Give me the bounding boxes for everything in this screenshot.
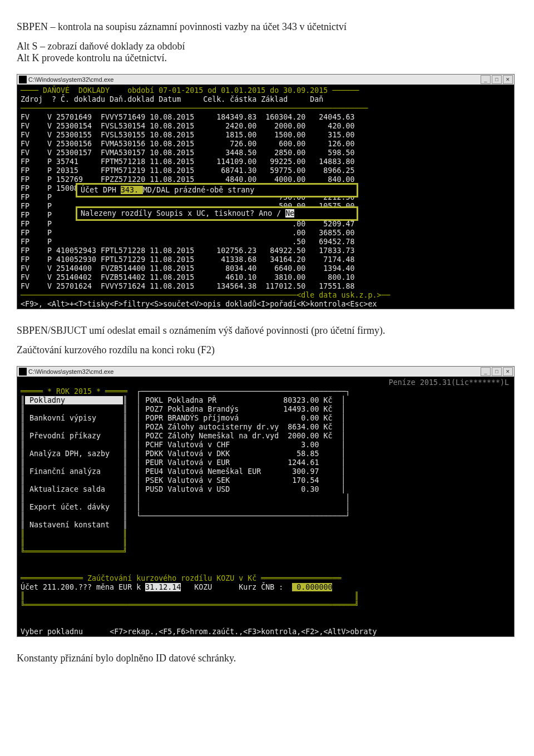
menu-item	[25, 476, 123, 485]
dialog-question: Nalezeny rozdíly Soupis x UC, tisknout?	[81, 209, 254, 218]
label-kozu-kurz: KOZU Kurz ČNB :	[181, 583, 292, 591]
table-footer-line: ────────────────────────────────────────…	[21, 291, 390, 299]
table-row[interactable]: FV V 25140402 FVZB514402 11.08.2015 4610…	[21, 273, 354, 282]
table-row[interactable]: FV V 25300155 FVSL530155 10.08.2015 1815…	[21, 131, 354, 140]
close-button[interactable]: ✕	[503, 367, 513, 376]
text-heading: SBPEN – kontrola na soupisu záznamní pov…	[17, 21, 517, 33]
table-row[interactable]: FV V 25701649 FVVY571649 10.08.2015 1843…	[21, 113, 354, 122]
menu-item[interactable]: Finanční analýza	[25, 467, 123, 476]
menu-item[interactable]: Export účet. dávky	[25, 503, 123, 511]
table-row[interactable]: FP P .00 5209.47	[21, 220, 354, 229]
menu-item[interactable]: Aktualizace salda	[25, 485, 123, 493]
kozu-box-title: ══════════════ Zaúčtování kurzového rozd…	[21, 574, 341, 582]
menu-item[interactable]: Bankovní výpisy	[25, 414, 123, 422]
menu-item[interactable]: Převodní příkazy	[25, 432, 123, 440]
table-row[interactable]: FV V 25140400 FVZB514400 11.08.2015 8034…	[21, 264, 354, 273]
table-row[interactable]: FV V 25300154 FVSL530154 10.08.2015 2420…	[21, 122, 354, 131]
menu-item	[25, 441, 123, 449]
doklady-table: FV V 25701649 FVVY571649 10.08.2015 1843…	[21, 113, 354, 291]
table-row[interactable]: FV V 25701624 FVVY571624 11.08.2015 1345…	[21, 282, 354, 291]
table-column-headers: Zdroj ? Č. dokladu Daň.doklad Datum Celk…	[21, 95, 323, 103]
cmd-icon	[19, 76, 27, 83]
table-row[interactable]: FP P 35741 FPTM571218 11.08.2015 114109.…	[21, 157, 354, 166]
box-bottom: ║ ║ ╚═══════════════════════════════════…	[21, 592, 359, 609]
label-ucet-dph: Účet DPH	[81, 186, 121, 194]
choice-ne[interactable]: Ne	[285, 209, 294, 218]
menu-item	[25, 512, 123, 520]
menu-item	[25, 423, 123, 431]
text-instructions: Alt S – zobrazí daňové doklady za období…	[17, 41, 517, 64]
cmd-icon	[19, 368, 27, 375]
choice-sep: /	[276, 209, 281, 218]
dialog-nalezeny-rozdily[interactable]: Nalezeny rozdíly Soupis x UC, tisknout? …	[76, 206, 358, 221]
menu-item	[25, 494, 123, 502]
status-left: Vyber pokladnu	[21, 627, 83, 636]
dialog-ucet-dph: Účet DPH 343. MD/DAL prázdné-obě strany	[76, 183, 358, 197]
label-prazdne: prázdné-obě strany	[174, 186, 254, 194]
accounts-list[interactable]: ┌───────────────────────────────────────…	[127, 387, 350, 521]
choice-ano[interactable]: Ano	[259, 209, 272, 218]
table-row[interactable]: FP P .00 36855.00	[21, 229, 354, 238]
text-email-note: SBPEN/SBJUCT umí odeslat email s oznámen…	[44, 325, 517, 337]
status-hotkeys: <F7>rekap.,<F5,F6>hrom.zaúčt.,<F3>kontro…	[110, 627, 377, 636]
maximize-button[interactable]: □	[492, 367, 502, 376]
menu-item[interactable]: Pokladny	[25, 396, 123, 404]
table-row[interactable]: FP P 20315 FPTM571219 11.08.2015 68741.3…	[21, 166, 354, 175]
text-zauct-heading: Zaúčtování kurzového rozdílu na konci ro…	[17, 344, 517, 356]
console-window-penize: C:\Windows\system32\cmd.exe _ □ ✕ Peníze…	[17, 366, 515, 637]
table-row[interactable]: FP P 410052930 FPTL571229 11.08.2015 413…	[21, 255, 354, 264]
minimize-button[interactable]: _	[481, 75, 491, 84]
table-row[interactable]: FV V 25300156 FVMA530156 10.08.2015 726.…	[21, 140, 354, 149]
input-date[interactable]: 31.12.14	[145, 583, 181, 591]
app-version: Peníze 2015.31(Lic*******)L	[21, 378, 512, 387]
window-title: C:\Windows\system32\cmd.exe	[28, 75, 113, 84]
table-row[interactable]: FP P 410052943 FPTL571228 11.08.2015 102…	[21, 246, 354, 255]
window-title: C:\Windows\system32\cmd.exe	[28, 367, 113, 376]
text-konstanty-note: Konstanty přiznání bylo doplněno ID dato…	[17, 653, 517, 664]
input-account[interactable]: 343.	[121, 186, 143, 194]
label-mddal: MD/DAL	[143, 186, 170, 194]
table-row[interactable]: FV V 25300157 FVMA530157 10.08.2015 3448…	[21, 149, 354, 157]
input-kurz[interactable]: 0.000000	[292, 583, 332, 591]
window-titlebar: C:\Windows\system32\cmd.exe _ □ ✕	[17, 367, 514, 377]
maximize-button[interactable]: □	[492, 75, 502, 84]
menu-item[interactable]: Nastavení konstant	[25, 521, 123, 529]
window-titlebar: C:\Windows\system32\cmd.exe _ □ ✕	[17, 75, 514, 85]
menu-item	[25, 458, 123, 467]
kozu-input-line: Účet 211.200.??? měna EUR k 31.12.14 KOZ…	[21, 583, 332, 591]
alt-k-line: Alt K provede kontrolu na účetnictví.	[17, 52, 167, 63]
label-ucet-mena: Účet 211.200.??? měna EUR k	[21, 583, 145, 591]
table-row[interactable]: FP P .50 69452.78	[21, 238, 354, 246]
menu-item	[25, 405, 123, 413]
minimize-button[interactable]: _	[481, 367, 491, 376]
status-hotkeys: <F9>, <Alt>+<T>tisky<F>filtry<S>součet<V…	[21, 300, 377, 308]
close-button[interactable]: ✕	[503, 75, 513, 84]
console-window-danove-doklady: C:\Windows\system32\cmd.exe _ □ ✕ ──── D…	[17, 74, 515, 309]
table-header-title: ──── DAŇOVÉ DOKLADY období 07-01-2015 od…	[21, 86, 359, 95]
divider: ────────────────────────────────────────…	[21, 104, 368, 112]
menu-item[interactable]: Analýza DPH, sazby	[25, 449, 123, 458]
terminal-screen: Peníze 2015.31(Lic*******)L═════ * ROK 2…	[17, 377, 514, 636]
alt-s-line: Alt S – zobrazí daňové doklady za období	[17, 41, 185, 52]
